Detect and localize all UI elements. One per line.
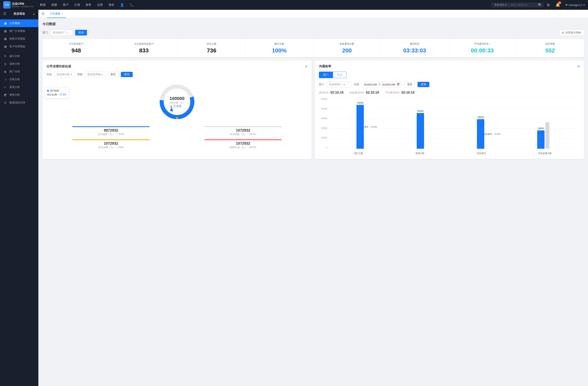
promo-icon: ◈ bbox=[4, 70, 7, 73]
comm-avg-value: 02:10:19 bbox=[401, 91, 415, 95]
notification-badge: 5 bbox=[558, 1, 561, 4]
comm-date-range[interactable]: 2018/01/08 至 2018/01/08 📅 bbox=[361, 82, 402, 87]
content-body: 今日数据 部门 请选择部门 ▾ 查询 ⚙ 设置显示指标 今日 bbox=[38, 18, 588, 386]
dept-select-arrow: ▾ bbox=[67, 32, 68, 34]
data-flow-icon: ⊡ bbox=[4, 101, 7, 104]
stat-value-effective-consult: 833 bbox=[114, 47, 174, 54]
stat-value-avg-duration: 00:00:33 bbox=[453, 47, 512, 54]
search-icon[interactable]: 🔍 bbox=[538, 3, 542, 6]
x-label-effective-connected: 有效接通次数 bbox=[538, 152, 552, 155]
sidebar-collapse-icon[interactable]: ▲ bbox=[33, 12, 35, 15]
svg-point-3 bbox=[176, 117, 178, 119]
sidebar-item-promo[interactable]: ◈ 推广分析 bbox=[0, 68, 38, 76]
nav-item-data[interactable]: 数据 bbox=[40, 2, 46, 8]
tab-close-icon[interactable]: × bbox=[62, 12, 63, 15]
nav-items: 数据 线索 客户 公海 财务 运营 报名 👤 📞 bbox=[40, 2, 491, 8]
goal-panel-title: 公司业绩目标达成 bbox=[46, 64, 71, 68]
nav-item-ops[interactable]: 运营 bbox=[97, 2, 103, 8]
goal-period-arrow: ▾ bbox=[101, 73, 103, 76]
goal-target-arrow: ▾ bbox=[71, 73, 72, 76]
sidebar-item-cost[interactable]: ◎ 成本分析 bbox=[0, 60, 38, 68]
filter-bar: 部门 请选择部门 ▾ 查询 ⚙ 设置显示指标 bbox=[42, 30, 584, 36]
user-info[interactable]: manager11 ▾ bbox=[566, 3, 585, 6]
stat-value-dial: 100% bbox=[250, 47, 309, 54]
sidebar-item-company-board[interactable]: ▦ 公司看板 bbox=[0, 19, 38, 27]
goal-panel-header: 公司业绩目标达成 ⟳ bbox=[46, 64, 308, 68]
nav-item-leads[interactable]: 线索 bbox=[51, 2, 57, 8]
today-title: 今日数据 bbox=[42, 22, 584, 26]
comm-panel-header: 沟通效率 ⟳ bbox=[319, 64, 580, 68]
goal-refresh-icon[interactable]: ⟳ bbox=[305, 65, 308, 68]
stats-row: 今日首咨客户 948 今日有效首咨客户 833 回访人数 736 拨打次数 10… bbox=[42, 39, 584, 57]
donut-tooltip: 1072932 所占比例：70.9% bbox=[44, 88, 69, 98]
online-status-dot bbox=[566, 4, 567, 6]
sidebar-item-visitor[interactable]: ☺ 访客分析 bbox=[0, 76, 38, 83]
tab-bar: ☰ 公司看板 × bbox=[38, 10, 588, 18]
bar-effective-connected-gray bbox=[545, 122, 549, 149]
nav-item-ocean[interactable]: 公海 bbox=[74, 2, 80, 8]
stat-value-deals: 552 bbox=[520, 47, 580, 54]
comm-effective-value: 02:10:19 bbox=[366, 91, 379, 95]
nav-item-person[interactable]: 👤 bbox=[120, 2, 124, 8]
sidebar-section-header[interactable]: ☰ 数据看板 ▲ bbox=[0, 10, 38, 18]
stat-revisit: 回访人数 736 bbox=[178, 39, 246, 57]
sidebar: ☰ 数据看板 ▲ ▦ 公司看板 ▦ 推广主管看板 ▦ 销售主管看板 ▦ 客户经理… bbox=[0, 10, 38, 386]
comm-tab-dept[interactable]: 部门 bbox=[319, 72, 333, 78]
channel-icon: ⑇ bbox=[4, 85, 7, 89]
stat-value-effective-calls: 200 bbox=[317, 47, 377, 54]
tab-company-board[interactable]: 公司看板 × bbox=[47, 10, 66, 18]
nav-item-phone[interactable]: 📞 bbox=[130, 2, 134, 8]
stat-avg-duration: 平均通话时长 ℹ 00:00:33 bbox=[449, 39, 516, 57]
stat-effective-consult: 今日有效首咨客户 833 bbox=[110, 39, 178, 57]
sidebar-item-sales-manager[interactable]: ▦ 销售主管看板 bbox=[0, 35, 38, 43]
comm-refresh-icon[interactable]: ⟳ bbox=[577, 65, 580, 68]
nav-item-enroll[interactable]: 报名 bbox=[109, 2, 114, 8]
tooltip-dot bbox=[47, 90, 49, 92]
goal-stat-incomplete: 1072932 未完成量（元）｜20.9% bbox=[179, 126, 308, 136]
stat-deals: 成交单数 552 bbox=[516, 39, 584, 57]
chart-content: 43000 接通率：70.9% 35000 bbox=[328, 98, 578, 149]
bars-container: 43000 接通率：70.9% 35000 bbox=[328, 98, 578, 149]
search-input[interactable] bbox=[510, 3, 537, 6]
comm-dept-label: 部门 bbox=[319, 83, 324, 86]
comm-panel-title: 沟通效率 bbox=[319, 64, 331, 68]
sidebar-item-sales[interactable]: ◩ 销售分析 bbox=[0, 91, 38, 99]
sales-icon: ◩ bbox=[4, 93, 7, 96]
nav-icons: 🖥 🔔 5 manager11 ▾ bbox=[544, 3, 585, 7]
goal-stat-overachieve: 1072932 超额完成（元）｜89.9% bbox=[179, 139, 308, 149]
comm-panel: 沟通效率 ⟳ 部门 个人 部门 请选择部门 ▾ 日期 bbox=[315, 60, 584, 159]
today-query-button[interactable]: 查询 bbox=[75, 30, 87, 36]
settings-button[interactable]: ⚙ 设置显示指标 bbox=[559, 30, 584, 36]
visitor-icon: ☺ bbox=[4, 78, 7, 81]
sidebar-item-promo-manager[interactable]: ▦ 推广主管看板 bbox=[0, 27, 38, 35]
comm-query-button[interactable]: 查询 bbox=[418, 82, 429, 87]
goal-period-select[interactable]: 请选择周期 ▾ bbox=[85, 72, 105, 77]
goal-reset-button[interactable]: 重置 bbox=[108, 72, 118, 77]
sidebar-item-channel[interactable]: ⑇ 渠道分析 bbox=[0, 83, 38, 91]
comm-tab-person[interactable]: 个人 bbox=[333, 72, 347, 78]
donut-achieved: 👍已达成 bbox=[169, 104, 185, 108]
goal-query-button[interactable]: 查询 bbox=[121, 72, 133, 77]
notification-icon[interactable]: 🔔 5 bbox=[556, 3, 560, 7]
donut-value: 100000 bbox=[169, 96, 185, 101]
donut-chart: 100000 目标总量（元） 👍已达成 bbox=[157, 81, 197, 122]
y-axis-labels: 50000 40000 30000 20000 10000 0 bbox=[319, 98, 328, 149]
stat-call-duration: 通话时长 03:33:03 bbox=[381, 39, 449, 57]
dept-select[interactable]: 请选择部门 ▾ bbox=[50, 30, 73, 36]
sidebar-item-funnel[interactable]: ⊽ 漏斗分析 bbox=[0, 52, 38, 60]
comm-reset-button[interactable]: 重置 bbox=[404, 82, 415, 87]
top-nav: 云朵 云朵CRM 教育机构一站式服务云平台 数据 线索 客户 公海 财务 运营 … bbox=[0, 0, 588, 10]
nav-item-finance[interactable]: 财务 bbox=[86, 2, 91, 8]
comm-dept-select[interactable]: 请选择部门 ▾ bbox=[327, 81, 351, 88]
search-bar: 手机号码 | 🔍 bbox=[491, 2, 544, 7]
search-type-select[interactable]: 手机号码 bbox=[493, 3, 507, 6]
sidebar-item-account-manager[interactable]: ▦ 客户经理看板 bbox=[0, 43, 38, 50]
nav-item-customers[interactable]: 客户 bbox=[63, 2, 69, 8]
main-layout: ☰ 数据看板 ▲ ▦ 公司看板 ▦ 推广主管看板 ▦ 销售主管看板 ▦ 客户经理… bbox=[0, 10, 588, 386]
monitor-icon[interactable]: 🖥 bbox=[546, 3, 550, 7]
goal-target-select[interactable]: 请选择目标 ▾ bbox=[54, 72, 75, 77]
sidebar-item-data-flow[interactable]: ⊡ 数据流转记录 bbox=[0, 99, 38, 107]
user-dropdown-icon[interactable]: ▾ bbox=[583, 3, 585, 6]
tab-bar-toggle-icon[interactable]: ☰ bbox=[42, 12, 44, 16]
bar-effective: 有效接通率：70.9% bbox=[477, 119, 484, 149]
